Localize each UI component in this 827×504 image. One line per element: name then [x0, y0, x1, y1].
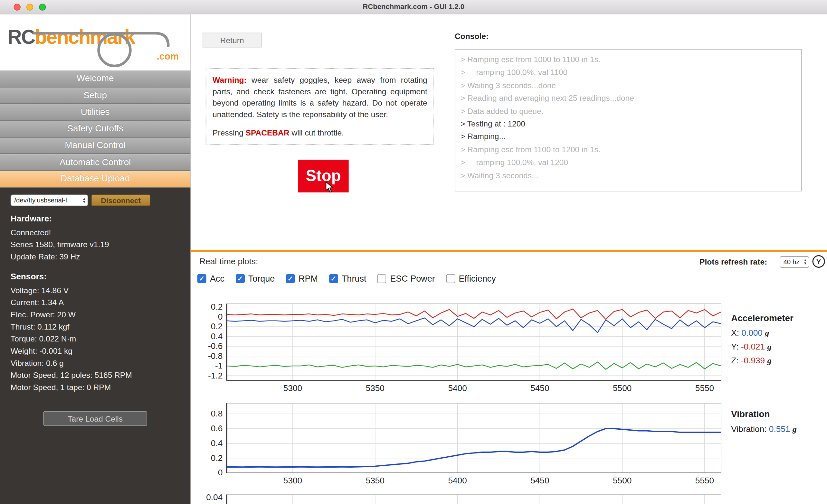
refresh-rate-value: 40 hz — [783, 259, 799, 266]
disconnect-button[interactable]: Disconnect — [91, 194, 150, 206]
checkbox-checked-icon — [329, 274, 338, 283]
realtime-plots-heading: Real-time plots: — [199, 257, 258, 266]
vibration-unit: g — [792, 425, 797, 434]
checkbox-unchecked-icon — [378, 274, 386, 283]
checkbox-unchecked-icon — [446, 274, 455, 283]
svg-text:5400: 5400 — [448, 476, 467, 485]
svg-text:-0.2: -0.2 — [208, 322, 223, 331]
accelerometer-readout-title: Accelerometer — [731, 313, 793, 324]
console-line: > ramping 100.0%, val 1200 — [460, 156, 796, 169]
stop-button[interactable]: Stop — [298, 160, 348, 192]
svg-text:0: 0 — [218, 312, 223, 322]
third-chart-partial: 0.04 — [194, 490, 727, 504]
svg-text:5400: 5400 — [448, 383, 467, 393]
svg-text:5450: 5450 — [530, 476, 549, 485]
window-title: RCbenchmark.com - GUI 1.2.0 — [0, 3, 827, 11]
spacebar-keyword: SPACEBAR — [246, 128, 290, 137]
serial-port-value: /dev/tty.usbserial-l — [14, 197, 67, 204]
svg-text:0.6: 0.6 — [211, 424, 223, 433]
plot-series-toggles: Acc Torque RPM Thrust ESC Power Efficien… — [197, 274, 496, 284]
safety-warning-box: Warning: wear safety goggles, keep away … — [206, 68, 434, 145]
vibration-readout: Vibration Vibration: 0.551 g — [731, 409, 797, 438]
svg-text:5500: 5500 — [613, 476, 632, 485]
sidebar-item-safety-cutoffs[interactable]: Safety Cutoffs — [0, 121, 190, 137]
serial-port-select[interactable]: /dev/tty.usbserial-l ▲▼ — [11, 194, 88, 206]
acc-z-unit: g — [767, 356, 771, 365]
console-line: > Ramping... — [460, 130, 796, 143]
console-line: > Waiting 3 seconds...done — [460, 79, 796, 92]
sidebar-item-database-upload[interactable]: Database Upload — [0, 171, 190, 188]
rcbenchmark-logo: RCbenchmark .com — [7, 26, 184, 68]
logo-panel: RCbenchmark .com — [0, 14, 190, 70]
sidebar-item-setup[interactable]: Setup — [0, 87, 190, 104]
svg-text:5500: 5500 — [613, 383, 632, 393]
svg-text:-0.8: -0.8 — [208, 351, 223, 361]
vibration-readout-title: Vibration — [731, 409, 797, 420]
return-button[interactable]: Return — [203, 33, 261, 48]
svg-text:-1: -1 — [215, 361, 223, 371]
warning-label: Warning: — [212, 75, 247, 84]
hardware-series-firmware: Series 1580, firmware v1.19 — [11, 238, 191, 250]
checkbox-esc-power[interactable]: ESC Power — [378, 274, 435, 284]
vibration-chart: 0.80.60.40.20530053505400545055005550 — [194, 401, 727, 488]
svg-text:5300: 5300 — [283, 383, 302, 393]
checkbox-rpm[interactable]: RPM — [286, 274, 318, 284]
svg-text:0.8: 0.8 — [211, 409, 223, 418]
hardware-heading: Hardware: — [11, 214, 191, 223]
vibration-value: 0.551 — [769, 425, 790, 434]
svg-text:0.2: 0.2 — [211, 453, 223, 463]
select-stepper-icon: ▲▼ — [81, 197, 86, 204]
svg-text:5550: 5550 — [695, 476, 714, 485]
console-log[interactable]: > Ramping esc from 1000 to 1100 in 1s. >… — [455, 49, 802, 191]
sensor-weight: Weight: -0.001 kg — [11, 345, 191, 357]
sidebar-item-manual-control[interactable]: Manual Control — [0, 137, 190, 154]
sensor-elec-power: Elec. Power: 20 W — [11, 308, 191, 321]
sensor-thrust: Thrust: 0.112 kgf — [11, 321, 191, 333]
sidebar-status-panel: /dev/tty.usbserial-l ▲▼ Disconnect Hardw… — [0, 188, 190, 504]
checkbox-efficiency[interactable]: Efficiency — [446, 274, 496, 284]
console-line: > Waiting 3 seconds... — [460, 169, 796, 182]
checkbox-checked-icon — [197, 274, 206, 283]
sidebar-item-utilities[interactable]: Utilities — [0, 104, 190, 121]
sidebar-item-automatic-control[interactable]: Automatic Control — [0, 154, 190, 171]
acc-x-value: 0.000 — [741, 328, 763, 337]
checkbox-thrust[interactable]: Thrust — [329, 274, 367, 284]
logo-text-com: .com — [156, 51, 179, 62]
plots-refresh-rate-label: Plots refresh rate: — [699, 257, 767, 266]
acc-y-unit: g — [767, 342, 771, 351]
acc-z-value: -0.939 — [741, 356, 765, 365]
logo-text-rc: RC — [7, 26, 35, 48]
orange-section-divider — [190, 250, 827, 252]
sensor-current: Current: 1.34 A — [11, 296, 191, 309]
spacebar-note-suffix: will cut throttle. — [290, 128, 344, 137]
checkbox-torque[interactable]: Torque — [235, 274, 275, 284]
console-line: > Ramping esc from 1000 to 1100 in 1s. — [460, 53, 796, 66]
console-heading: Console: — [455, 32, 489, 41]
spacebar-note-prefix: Pressing — [212, 128, 245, 137]
svg-text:-1.2: -1.2 — [208, 371, 223, 380]
checkbox-checked-icon — [235, 274, 244, 283]
sensor-motor-speed-tape: Motor Speed, 1 tape: 0 RPM — [11, 381, 191, 393]
svg-text:0.4: 0.4 — [211, 438, 223, 448]
tare-load-cells-button[interactable]: Tare Load Cells — [43, 411, 147, 426]
sensor-vibration: Vibration: 0.6 g — [11, 357, 191, 369]
console-line: > Testing at : 1200 — [460, 117, 796, 130]
svg-text:5350: 5350 — [366, 383, 385, 393]
acc-y-value: -0.021 — [741, 342, 765, 351]
sensor-torque: Torque: 0.022 N·m — [11, 333, 191, 345]
sensor-voltage: Voltage: 14.86 V — [11, 284, 191, 296]
svg-text:0.2: 0.2 — [211, 302, 223, 312]
acc-x-unit: g — [765, 328, 769, 337]
hardware-update-rate: Update Rate: 39 Hz — [11, 250, 191, 263]
checkbox-acc[interactable]: Acc — [197, 274, 225, 284]
svg-text:0.04: 0.04 — [206, 492, 223, 502]
sidebar-item-welcome[interactable]: Welcome — [0, 70, 190, 87]
svg-text:-0.4: -0.4 — [208, 332, 223, 341]
refresh-rate-select[interactable]: 40 hz ▲▼ — [780, 256, 809, 268]
svg-text:5350: 5350 — [366, 476, 385, 485]
console-line: > Ramping esc from 1100 to 1200 in 1s. — [460, 143, 796, 156]
console-line: > ramping 100.0%, val 1100 — [460, 66, 796, 79]
console-line: > Data added to queue. — [460, 105, 796, 117]
mouse-cursor-icon — [323, 181, 335, 193]
y-circle-icon[interactable]: Y — [813, 255, 825, 268]
